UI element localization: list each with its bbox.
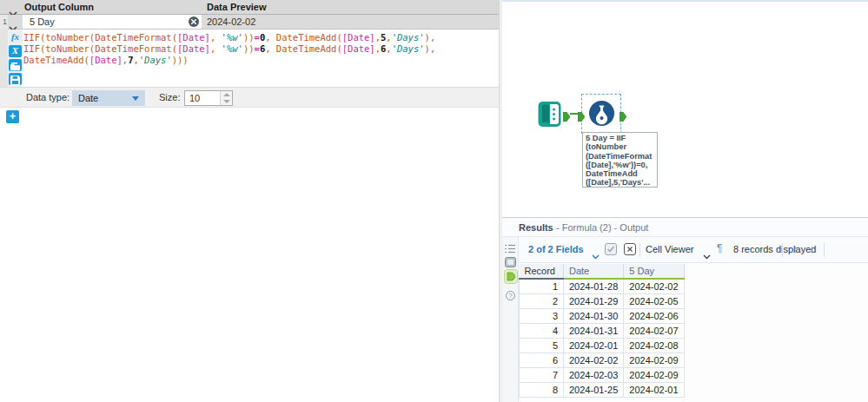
data-cell[interactable]: 2024-02-09 (624, 367, 685, 382)
output-anchor-view-icon[interactable] (504, 269, 518, 287)
output-anchor-icon[interactable] (620, 109, 626, 125)
save-expression-icon[interactable] (9, 73, 22, 85)
column-header-5-day[interactable]: 5 Day (624, 264, 685, 279)
show-whitespace-icon[interactable]: ¶ (717, 242, 722, 254)
results-toolbar: 2 of 2 Fields Cell Viewer ¶ 8 records di… (519, 237, 868, 263)
cell-viewer-dropdown[interactable]: Cell Viewer (646, 244, 693, 254)
canvas-top-border (502, 0, 868, 2)
config-grid-header: Output Column Data Preview (0, 0, 499, 15)
data-cell[interactable]: 2024-01-25 (564, 382, 624, 397)
record-number-cell[interactable]: 2 (520, 293, 564, 308)
results-title-suffix: - Formula (2) - Output (556, 222, 648, 233)
scroll-down-icon[interactable]: ↓ (809, 242, 815, 255)
chevron-down-icon[interactable] (592, 247, 600, 263)
expression-editor: fx X IIF(toNumber(DateTimeFormat([Date],… (0, 30, 499, 87)
datatype-row: Data type: Date Size: 10 (0, 87, 499, 108)
input-data-tool-icon[interactable] (538, 101, 562, 128)
fields-dropdown[interactable]: 2 of 2 Fields (528, 244, 584, 254)
data-cell[interactable]: 2024-02-05 (624, 293, 685, 308)
table-row[interactable]: 72024-02-032024-02-09 (520, 367, 685, 382)
output-anchor-icon[interactable] (563, 109, 570, 125)
data-cell[interactable]: 2024-02-03 (564, 367, 624, 382)
table-row[interactable]: 82024-01-252024-02-01 (520, 382, 685, 397)
scroll-up-icon[interactable]: ↑ (792, 242, 798, 255)
table-row[interactable]: 22024-01-292024-02-05 (520, 293, 685, 308)
input-anchor-icon[interactable] (578, 109, 585, 125)
records-displayed-label: 8 records displayed (733, 244, 816, 254)
table-row[interactable]: 12024-01-282024-02-02 (520, 279, 685, 293)
data-cell[interactable]: 2024-01-28 (564, 279, 624, 293)
datatype-select[interactable]: Date (72, 90, 145, 106)
results-view-strip: ? (502, 237, 519, 402)
annotation-line: DateTimeAdd (586, 169, 654, 178)
record-number-cell[interactable]: 6 (520, 353, 564, 367)
results-data-grid: RecordDate5 Day 12024-01-282024-02-02220… (519, 264, 685, 398)
table-row[interactable]: 62024-02-022024-02-09 (520, 353, 685, 367)
select-fields-icon[interactable] (605, 243, 617, 259)
toolbar-separator (782, 243, 783, 257)
data-cell[interactable]: 2024-02-02 (564, 353, 624, 367)
datatype-label: Data type: (26, 92, 70, 102)
table-row[interactable]: 42024-01-312024-02-07 (520, 323, 685, 338)
table-row[interactable]: 32024-01-302024-02-06 (520, 308, 685, 323)
data-cell[interactable]: 2024-02-06 (624, 308, 685, 323)
formula-config-panel: Output Column Data Preview 1 5 Day 2024-… (0, 0, 499, 402)
spin-down-icon[interactable] (223, 100, 230, 103)
data-cell[interactable]: 2024-02-02 (624, 279, 685, 293)
toolbar-separator (639, 243, 640, 257)
column-header-record[interactable]: Record (520, 264, 564, 279)
data-cell[interactable]: 2024-01-31 (564, 323, 624, 338)
table-row[interactable]: 52024-02-012024-02-08 (520, 338, 685, 353)
data-cell[interactable]: 2024-02-01 (564, 338, 624, 353)
saved-expressions-icon[interactable] (9, 59, 22, 71)
workflow-canvas[interactable]: 5 Day = IIF(toNumber(DateTimeFormat([Dat… (502, 0, 868, 217)
variables-icon[interactable]: X (9, 45, 22, 57)
results-panel: Results - Formula (2) - Output ? 2 of 2 … (502, 217, 868, 402)
results-title: Results (519, 222, 553, 233)
annotation-line: (DateTimeFormat (586, 152, 654, 161)
formula-tool-icon[interactable] (588, 100, 615, 127)
formula-code-line: IIF(toNumber(DateTimeFormat([Date], '%w'… (23, 32, 493, 43)
output-column-input[interactable]: 5 Day (23, 15, 202, 29)
chevron-down-icon (132, 96, 139, 101)
chevron-down-icon[interactable] (703, 247, 711, 263)
data-preview-header: Data Preview (207, 2, 266, 12)
record-number-cell[interactable]: 5 (520, 338, 564, 353)
data-preview-value: 2024-02-02 (202, 15, 499, 29)
record-number-cell[interactable]: 1 (520, 279, 564, 293)
data-cell[interactable]: 2024-01-30 (564, 308, 624, 323)
data-cell[interactable]: 2024-02-08 (624, 338, 685, 353)
add-expression-button[interactable]: + (6, 110, 19, 123)
editor-gutter (0, 30, 8, 87)
spin-up-icon[interactable] (223, 93, 230, 96)
row-number: 1 (0, 15, 8, 30)
record-number-cell[interactable]: 3 (520, 308, 564, 323)
formula-code-line: DateTimeAdd([Date],7,'Days'))) (23, 55, 493, 66)
data-cell[interactable]: 2024-02-01 (624, 382, 685, 397)
record-number-cell[interactable]: 4 (520, 323, 564, 338)
output-column-header: Output Column (24, 2, 94, 12)
tool-annotation[interactable]: 5 Day = IIF(toNumber(DateTimeFormat([Dat… (582, 132, 658, 188)
data-cell[interactable]: 2024-02-07 (624, 323, 685, 338)
deselect-fields-icon[interactable] (624, 243, 636, 259)
formula-code-input[interactable]: IIF(toNumber(DateTimeFormat([Date], '%w'… (23, 32, 493, 66)
functions-icon[interactable]: fx (9, 31, 22, 43)
annotation-line: ([Date],5,'Days'... (586, 178, 654, 187)
annotation-line: (toNumber (586, 142, 654, 151)
clear-name-icon[interactable] (189, 16, 199, 27)
results-title-bar: Results - Formula (2) - Output (502, 219, 868, 237)
expression-row: 1 5 Day 2024-02-02 (0, 15, 499, 30)
svg-text:?: ? (508, 292, 512, 300)
record-number-cell[interactable]: 7 (520, 367, 564, 382)
formula-code-line: IIF(toNumber(DateTimeFormat([Date], '%w'… (23, 43, 493, 55)
size-stepper[interactable] (220, 91, 232, 105)
record-number-cell[interactable]: 8 (520, 382, 564, 397)
help-icon[interactable]: ? (506, 288, 515, 304)
data-cell[interactable]: 2024-02-09 (624, 353, 685, 367)
toolbar-separator (824, 243, 825, 257)
editor-icon-column: fx X (8, 30, 23, 87)
size-input[interactable]: 10 (184, 90, 233, 106)
column-header-date[interactable]: Date (564, 264, 624, 279)
size-label: Size: (159, 92, 180, 102)
data-cell[interactable]: 2024-01-29 (564, 293, 624, 308)
